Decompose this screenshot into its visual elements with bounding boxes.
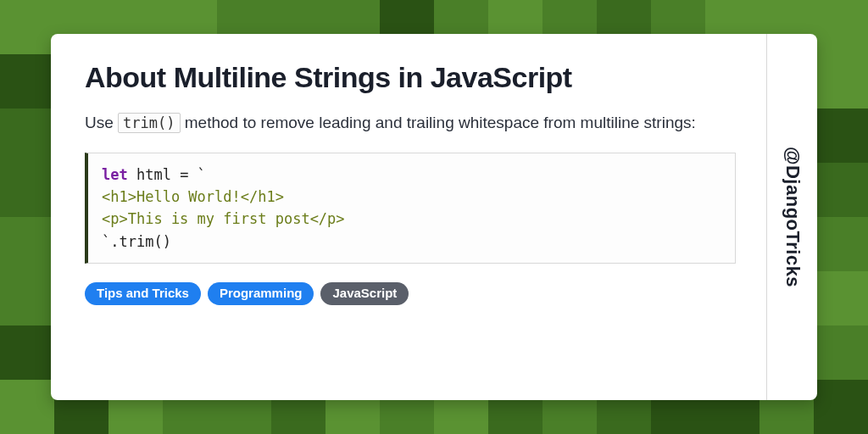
inline-code: trim() [118,113,180,133]
code-keyword: let [102,166,128,183]
content-card: About Multiline Strings in JavaScript Us… [51,34,817,400]
code-line-2: <h1>Hello World!</h1> [102,188,284,205]
desc-text-after: method to remove leading and trailing wh… [181,114,696,131]
tag-row: Tips and Tricks Programming JavaScript [85,282,736,305]
tag-tips[interactable]: Tips and Tricks [85,282,201,305]
code-block: let html = ` <h1>Hello World!</h1> <p>Th… [85,153,736,264]
tag-programming[interactable]: Programming [208,282,314,305]
code-line-1: html = ` [128,166,206,183]
author-handle[interactable]: @DjangoTricks [782,147,804,287]
page-title: About Multiline Strings in JavaScript [85,61,736,94]
code-line-4: `.trim() [102,233,171,250]
desc-text-before: Use [85,114,118,131]
code-line-3: <p>This is my first post</p> [102,210,345,227]
tag-javascript[interactable]: JavaScript [320,282,409,305]
main-column: About Multiline Strings in JavaScript Us… [51,34,766,400]
side-column: @DjangoTricks [766,34,817,400]
description: Use trim() method to remove leading and … [85,111,736,136]
